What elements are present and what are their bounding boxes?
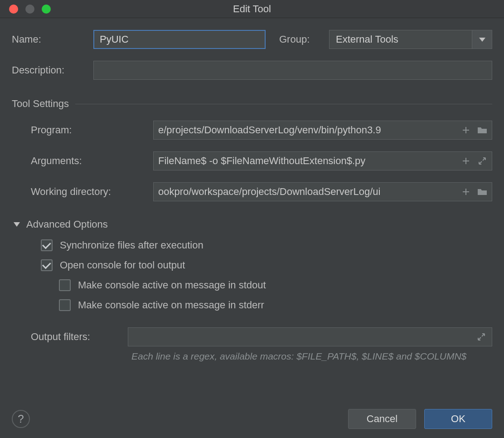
active-stdout-label: Make console active on message in stdout <box>78 279 266 291</box>
name-input[interactable] <box>93 30 266 49</box>
browse-program-button[interactable] <box>475 123 489 137</box>
group-select-value: External Tools <box>330 30 472 49</box>
open-console-label: Open console for tool output <box>60 259 185 271</box>
active-stdout-checkbox[interactable] <box>59 279 71 291</box>
open-console-checkbox[interactable] <box>41 259 53 271</box>
cancel-button[interactable]: Cancel <box>348 409 416 429</box>
description-label: Description: <box>12 64 93 76</box>
window-controls <box>0 5 51 14</box>
plus-icon <box>462 157 470 165</box>
divider <box>75 104 492 104</box>
insert-macro-args-button[interactable] <box>459 154 473 168</box>
ok-button[interactable]: OK <box>424 409 492 429</box>
group-select[interactable]: External Tools <box>329 30 492 49</box>
zoom-window-button[interactable] <box>42 5 51 14</box>
collapse-icon[interactable] <box>14 222 20 227</box>
program-input[interactable]: e/projects/DownloadServerLog/venv/bin/py… <box>153 121 492 140</box>
minimize-window-button <box>25 5 34 14</box>
arguments-value: FileName$ -o $FileNameWithoutExtension$.… <box>158 155 456 167</box>
advanced-options-header: Advanced Options <box>26 219 108 230</box>
group-dropdown-button[interactable] <box>472 30 492 49</box>
expand-icon <box>477 332 486 341</box>
program-label: Program: <box>31 124 153 136</box>
plus-icon <box>462 188 470 196</box>
expand-args-button[interactable] <box>475 154 489 168</box>
active-stderr-label: Make console active on message in stderr <box>78 299 264 311</box>
working-dir-label: Working directory: <box>31 186 153 198</box>
tool-settings-header: Tool Settings <box>12 98 69 110</box>
output-filters-input[interactable] <box>128 327 492 346</box>
sync-files-label: Synchronize files after execution <box>60 239 204 251</box>
output-filters-label: Output filters: <box>31 331 120 343</box>
titlebar: Edit Tool <box>0 0 504 18</box>
close-window-button[interactable] <box>9 5 18 14</box>
chevron-down-icon <box>479 38 485 42</box>
arguments-input[interactable]: FileName$ -o $FileNameWithoutExtension$.… <box>153 151 492 170</box>
program-value: e/projects/DownloadServerLog/venv/bin/py… <box>158 124 456 136</box>
window-title: Edit Tool <box>0 3 504 15</box>
description-input[interactable] <box>93 61 492 80</box>
insert-macro-button[interactable] <box>459 123 473 137</box>
plus-icon <box>462 126 470 134</box>
browse-wd-button[interactable] <box>475 185 489 199</box>
output-filters-hint: Each line is a regex, available macros: … <box>12 351 492 362</box>
active-stderr-checkbox[interactable] <box>59 299 71 311</box>
folder-icon <box>477 188 487 196</box>
folder-icon <box>477 126 487 134</box>
group-label: Group: <box>279 34 329 45</box>
expand-filters-button[interactable] <box>475 330 488 344</box>
help-button[interactable]: ? <box>12 410 30 428</box>
expand-icon <box>478 156 487 165</box>
working-dir-input[interactable]: ookpro/workspace/projects/DownloadServer… <box>153 182 492 201</box>
arguments-label: Arguments: <box>31 155 153 167</box>
insert-macro-wd-button[interactable] <box>459 185 473 199</box>
sync-files-checkbox[interactable] <box>41 239 53 251</box>
working-dir-value: ookpro/workspace/projects/DownloadServer… <box>158 186 456 198</box>
name-label: Name: <box>12 34 93 45</box>
